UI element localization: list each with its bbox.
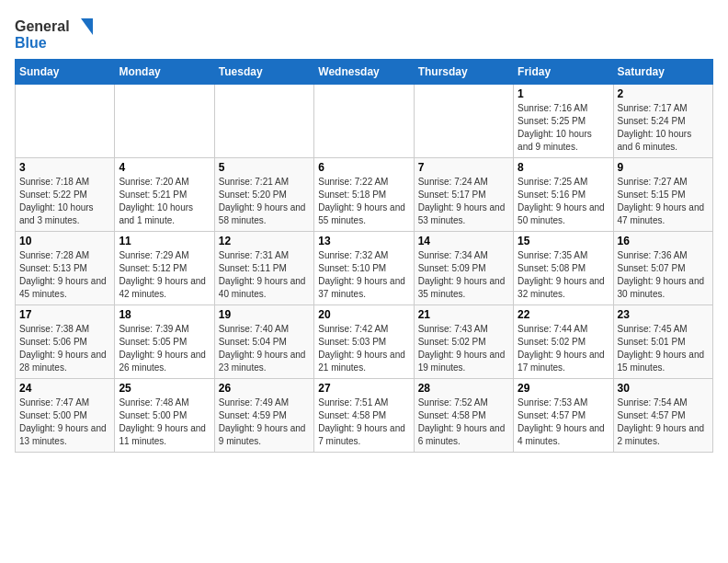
day-info: Sunrise: 7:20 AM Sunset: 5:21 PM Dayligh… (119, 176, 210, 227)
day-info: Sunrise: 7:52 AM Sunset: 4:58 PM Dayligh… (418, 396, 509, 448)
calendar-cell: 10Sunrise: 7:28 AM Sunset: 5:13 PM Dayli… (16, 232, 115, 305)
day-info: Sunrise: 7:18 AM Sunset: 5:22 PM Dayligh… (19, 176, 110, 227)
calendar-cell: 18Sunrise: 7:39 AM Sunset: 5:05 PM Dayli… (115, 305, 214, 379)
logo: GeneralBlue (15, 15, 97, 52)
calendar-cell: 16Sunrise: 7:36 AM Sunset: 5:07 PM Dayli… (613, 232, 712, 305)
day-number: 4 (119, 161, 210, 174)
calendar-cell: 3Sunrise: 7:18 AM Sunset: 5:22 PM Daylig… (16, 158, 115, 232)
day-info: Sunrise: 7:21 AM Sunset: 5:20 PM Dayligh… (219, 176, 310, 227)
calendar-cell (115, 85, 214, 158)
calendar-cell: 4Sunrise: 7:20 AM Sunset: 5:21 PM Daylig… (115, 158, 214, 232)
week-row-1: 1Sunrise: 7:16 AM Sunset: 5:25 PM Daylig… (16, 85, 713, 158)
day-number: 14 (418, 235, 509, 247)
day-info: Sunrise: 7:45 AM Sunset: 5:01 PM Dayligh… (618, 323, 709, 374)
calendar-cell: 20Sunrise: 7:42 AM Sunset: 5:03 PM Dayli… (314, 305, 414, 379)
svg-text:Blue: Blue (15, 35, 47, 51)
weekday-header-tuesday: Tuesday (214, 60, 313, 85)
day-number: 25 (119, 382, 210, 395)
calendar-cell: 12Sunrise: 7:31 AM Sunset: 5:11 PM Dayli… (214, 232, 313, 305)
calendar-cell: 21Sunrise: 7:43 AM Sunset: 5:02 PM Dayli… (414, 305, 513, 379)
weekday-header-sunday: Sunday (16, 60, 115, 85)
day-number: 9 (618, 161, 709, 174)
day-info: Sunrise: 7:43 AM Sunset: 5:02 PM Dayligh… (418, 323, 509, 374)
day-info: Sunrise: 7:36 AM Sunset: 5:07 PM Dayligh… (618, 249, 709, 301)
week-row-5: 24Sunrise: 7:47 AM Sunset: 5:00 PM Dayli… (16, 379, 713, 453)
calendar-cell: 15Sunrise: 7:35 AM Sunset: 5:08 PM Dayli… (514, 232, 613, 305)
calendar-cell: 23Sunrise: 7:45 AM Sunset: 5:01 PM Dayli… (613, 305, 712, 379)
day-number: 27 (318, 382, 409, 395)
day-info: Sunrise: 7:40 AM Sunset: 5:04 PM Dayligh… (219, 323, 310, 374)
weekday-header-thursday: Thursday (414, 60, 513, 85)
day-info: Sunrise: 7:44 AM Sunset: 5:02 PM Dayligh… (518, 323, 609, 374)
calendar-cell: 19Sunrise: 7:40 AM Sunset: 5:04 PM Dayli… (214, 305, 313, 379)
calendar-header-row: SundayMondayTuesdayWednesdayThursdayFrid… (16, 60, 713, 85)
calendar-cell (16, 85, 115, 158)
calendar-cell: 26Sunrise: 7:49 AM Sunset: 4:59 PM Dayli… (214, 379, 313, 453)
day-number: 29 (518, 382, 609, 395)
calendar-cell: 22Sunrise: 7:44 AM Sunset: 5:02 PM Dayli… (514, 305, 613, 379)
page-header: GeneralBlue (15, 15, 713, 52)
calendar-cell (414, 85, 513, 158)
day-number: 23 (618, 308, 709, 321)
day-number: 26 (219, 382, 310, 395)
day-number: 15 (518, 235, 609, 247)
day-number: 2 (618, 87, 709, 100)
calendar-cell: 6Sunrise: 7:22 AM Sunset: 5:18 PM Daylig… (314, 158, 414, 232)
week-row-3: 10Sunrise: 7:28 AM Sunset: 5:13 PM Dayli… (16, 232, 713, 305)
logo-icon: GeneralBlue (15, 15, 97, 52)
day-number: 8 (518, 161, 609, 174)
day-number: 17 (19, 308, 110, 321)
calendar-cell (214, 85, 313, 158)
calendar-cell: 8Sunrise: 7:25 AM Sunset: 5:16 PM Daylig… (514, 158, 613, 232)
calendar-cell: 24Sunrise: 7:47 AM Sunset: 5:00 PM Dayli… (16, 379, 115, 453)
day-number: 10 (19, 235, 110, 247)
calendar-cell (314, 85, 414, 158)
calendar-cell: 27Sunrise: 7:51 AM Sunset: 4:58 PM Dayli… (314, 379, 414, 453)
calendar-cell: 1Sunrise: 7:16 AM Sunset: 5:25 PM Daylig… (514, 85, 613, 158)
calendar-cell: 13Sunrise: 7:32 AM Sunset: 5:10 PM Dayli… (314, 232, 414, 305)
day-number: 7 (418, 161, 509, 174)
calendar-cell: 28Sunrise: 7:52 AM Sunset: 4:58 PM Dayli… (414, 379, 513, 453)
day-info: Sunrise: 7:31 AM Sunset: 5:11 PM Dayligh… (219, 249, 310, 301)
weekday-header-friday: Friday (514, 60, 613, 85)
weekday-header-wednesday: Wednesday (314, 60, 414, 85)
day-info: Sunrise: 7:32 AM Sunset: 5:10 PM Dayligh… (318, 249, 409, 301)
day-number: 30 (618, 382, 709, 395)
calendar-cell: 5Sunrise: 7:21 AM Sunset: 5:20 PM Daylig… (214, 158, 313, 232)
svg-text:General: General (15, 18, 70, 34)
week-row-2: 3Sunrise: 7:18 AM Sunset: 5:22 PM Daylig… (16, 158, 713, 232)
day-info: Sunrise: 7:53 AM Sunset: 4:57 PM Dayligh… (518, 396, 609, 448)
day-info: Sunrise: 7:42 AM Sunset: 5:03 PM Dayligh… (318, 323, 409, 374)
day-number: 18 (119, 308, 210, 321)
day-info: Sunrise: 7:48 AM Sunset: 5:00 PM Dayligh… (119, 396, 210, 448)
day-info: Sunrise: 7:25 AM Sunset: 5:16 PM Dayligh… (518, 176, 609, 227)
calendar-cell: 14Sunrise: 7:34 AM Sunset: 5:09 PM Dayli… (414, 232, 513, 305)
day-info: Sunrise: 7:54 AM Sunset: 4:57 PM Dayligh… (618, 396, 709, 448)
weekday-header-monday: Monday (115, 60, 214, 85)
day-number: 1 (518, 87, 609, 100)
day-info: Sunrise: 7:49 AM Sunset: 4:59 PM Dayligh… (219, 396, 310, 448)
week-row-4: 17Sunrise: 7:38 AM Sunset: 5:06 PM Dayli… (16, 305, 713, 379)
day-info: Sunrise: 7:34 AM Sunset: 5:09 PM Dayligh… (418, 249, 509, 301)
day-number: 13 (318, 235, 409, 247)
day-info: Sunrise: 7:17 AM Sunset: 5:24 PM Dayligh… (618, 102, 709, 154)
day-info: Sunrise: 7:27 AM Sunset: 5:15 PM Dayligh… (618, 176, 709, 227)
day-number: 21 (418, 308, 509, 321)
day-number: 22 (518, 308, 609, 321)
day-info: Sunrise: 7:51 AM Sunset: 4:58 PM Dayligh… (318, 396, 409, 448)
day-number: 19 (219, 308, 310, 321)
calendar-cell: 30Sunrise: 7:54 AM Sunset: 4:57 PM Dayli… (613, 379, 712, 453)
day-number: 24 (19, 382, 110, 395)
calendar-cell: 9Sunrise: 7:27 AM Sunset: 5:15 PM Daylig… (613, 158, 712, 232)
calendar-cell: 2Sunrise: 7:17 AM Sunset: 5:24 PM Daylig… (613, 85, 712, 158)
day-info: Sunrise: 7:24 AM Sunset: 5:17 PM Dayligh… (418, 176, 509, 227)
weekday-header-saturday: Saturday (613, 60, 712, 85)
calendar-cell: 17Sunrise: 7:38 AM Sunset: 5:06 PM Dayli… (16, 305, 115, 379)
day-info: Sunrise: 7:28 AM Sunset: 5:13 PM Dayligh… (19, 249, 110, 301)
svg-marker-2 (81, 18, 93, 35)
day-number: 20 (318, 308, 409, 321)
day-number: 3 (19, 161, 110, 174)
day-info: Sunrise: 7:35 AM Sunset: 5:08 PM Dayligh… (518, 249, 609, 301)
day-number: 11 (119, 235, 210, 247)
day-info: Sunrise: 7:16 AM Sunset: 5:25 PM Dayligh… (518, 102, 609, 154)
